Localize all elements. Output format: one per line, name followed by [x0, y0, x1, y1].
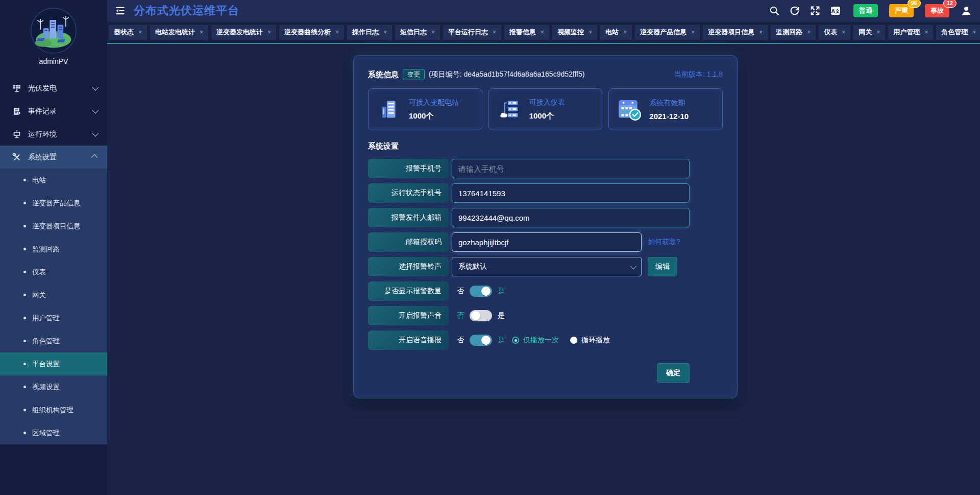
close-icon[interactable]: [842, 29, 845, 36]
alarm-severe-button[interactable]: 严重 96: [889, 4, 914, 17]
sidebar-item-region-mgmt[interactable]: 区域管理: [0, 421, 107, 444]
tab[interactable]: 电站发电统计: [150, 25, 208, 40]
alarm-phone-input[interactable]: [452, 159, 690, 178]
tab[interactable]: 器状态: [109, 25, 147, 40]
field-label-voice-broadcast: 开启语音播报: [368, 331, 449, 350]
field-label-alarm-sound: 开启报警声音: [368, 306, 449, 325]
bullet-icon: [23, 202, 26, 204]
close-icon[interactable]: [200, 29, 203, 36]
sidebar-item-inverter-product-info[interactable]: 逆变器产品信息: [0, 192, 107, 215]
substation-icon: [375, 96, 403, 123]
broadcast-mode-radios: 仅播放一次 循环播放: [512, 336, 610, 345]
alarm-sound-toggle-group: 否 是: [457, 310, 505, 321]
sidebar-item-system-settings[interactable]: 系统设置: [0, 146, 107, 169]
solar-panel: [12, 84, 21, 93]
status-phone-input[interactable]: [452, 183, 690, 203]
translate-icon[interactable]: A文: [830, 5, 841, 16]
card-label: 系统有效期: [649, 99, 689, 108]
voice-broadcast-toggle-group: 否 是: [457, 335, 505, 346]
show-alarm-count-toggle[interactable]: [470, 286, 492, 297]
info-card: 可接入变配电站 1000个: [368, 88, 482, 130]
radio-loop-play[interactable]: [570, 337, 577, 344]
form-row-status-phone: 运行状态手机号: [368, 183, 690, 203]
sidebar-item-meter[interactable]: 仪表: [0, 261, 107, 284]
tab-bar: 器状态 电站发电统计 逆变器发电统计 逆变器曲线分析 操作日志 短信日志 平台运…: [107, 21, 980, 44]
tab[interactable]: 仪表: [819, 25, 850, 40]
username: adminPV: [0, 57, 107, 65]
close-icon[interactable]: [924, 29, 928, 36]
close-icon[interactable]: [691, 29, 695, 36]
sidebar-item-video-settings[interactable]: 视频设置: [0, 375, 107, 398]
tab[interactable]: 逆变器产品信息: [635, 25, 700, 40]
how-to-get-link[interactable]: 如何获取?: [648, 238, 680, 247]
radio-play-once[interactable]: [512, 337, 519, 344]
ringtone-select[interactable]: 系统默认: [452, 257, 642, 276]
close-icon[interactable]: [383, 29, 387, 36]
change-button[interactable]: 变更: [403, 69, 425, 80]
confirm-button[interactable]: 确定: [657, 363, 690, 383]
event-log: [12, 107, 21, 116]
close-icon[interactable]: [138, 29, 142, 36]
close-icon[interactable]: [335, 29, 339, 36]
sidebar-item-org-mgmt[interactable]: 组织机构管理: [0, 398, 107, 421]
refresh-icon[interactable]: [789, 5, 800, 16]
sidebar-item-runtime-env[interactable]: 运行环境: [0, 123, 107, 146]
alarm-accident-button[interactable]: 事故 12: [925, 4, 949, 17]
sidebar-item-platform-settings[interactable]: 平台设置: [0, 352, 107, 375]
tab[interactable]: 逆变器曲线分析: [279, 25, 344, 40]
user-icon[interactable]: [961, 5, 972, 16]
form-row-ringtone: 选择报警铃声 系统默认 编辑: [368, 257, 690, 276]
close-icon[interactable]: [493, 29, 496, 36]
close-icon[interactable]: [972, 29, 976, 36]
sidebar-item-user-mgmt[interactable]: 用户管理: [0, 307, 107, 329]
close-icon[interactable]: [807, 29, 811, 36]
form-row-alarm-sound: 开启报警声音 否 是: [368, 306, 690, 325]
tab[interactable]: 短信日志: [395, 25, 440, 40]
collapse-menu-icon[interactable]: [114, 4, 128, 17]
top-header: 分布式光伏运维平台 A文 普通 严重 96 事故 12: [107, 0, 980, 21]
tab[interactable]: 视频监控: [552, 25, 597, 40]
tab[interactable]: 网关: [853, 25, 885, 40]
sidebar-item-gateway[interactable]: 网关: [0, 284, 107, 307]
tab[interactable]: 报警信息: [504, 25, 549, 40]
sidebar-item-event-records[interactable]: 事件记录: [0, 100, 107, 123]
bullet-icon: [23, 271, 26, 273]
sidebar-item-station[interactable]: 电站: [0, 169, 107, 192]
close-icon[interactable]: [876, 29, 880, 36]
alarm-sound-toggle[interactable]: [470, 310, 492, 321]
bullet-icon: [23, 340, 26, 342]
sidebar-item-pv-generation[interactable]: 光伏发电: [0, 77, 107, 100]
fullscreen-icon[interactable]: [810, 5, 821, 16]
tab[interactable]: 电站: [600, 25, 632, 40]
tab[interactable]: 平台运行日志: [443, 25, 501, 40]
alarm-normal-button[interactable]: 普通: [853, 4, 878, 17]
chevron-down-icon: [92, 84, 99, 91]
main-content: 系统信息 变更 (项目编号: de4a5ad1b57f4d6a8a6a165c9…: [107, 45, 980, 495]
sidebar-item-inverter-project-info[interactable]: 逆变器项目信息: [0, 215, 107, 238]
close-icon[interactable]: [431, 29, 435, 36]
chevron-up-icon: [91, 154, 97, 161]
tab[interactable]: 监测回路: [771, 25, 816, 40]
close-icon[interactable]: [267, 29, 271, 36]
project-number: (项目编号: de4a5ad1b57f4d6a8a6a165c9d52fff5): [429, 70, 584, 79]
close-icon[interactable]: [589, 29, 592, 36]
bullet-icon: [23, 248, 26, 250]
close-icon[interactable]: [623, 29, 627, 36]
chevron-down-icon: [92, 107, 99, 114]
tab[interactable]: 用户管理: [888, 25, 933, 40]
voice-broadcast-toggle[interactable]: [470, 335, 492, 346]
tab[interactable]: 角色管理: [936, 25, 980, 40]
search-icon[interactable]: [769, 5, 780, 16]
ringtone-edit-button[interactable]: 编辑: [648, 257, 677, 276]
tab[interactable]: 逆变器项目信息: [703, 25, 768, 40]
close-icon[interactable]: [541, 29, 544, 36]
show-alarm-count-toggle-group: 否 是: [457, 286, 505, 297]
tab[interactable]: 逆变器发电统计: [211, 25, 276, 40]
sidebar-item-role-mgmt[interactable]: 角色管理: [0, 329, 107, 352]
sender-email-input[interactable]: [452, 208, 690, 227]
company-logo-icon: [30, 7, 77, 54]
tab[interactable]: 操作日志: [347, 25, 392, 40]
close-icon[interactable]: [759, 29, 763, 36]
sidebar-item-monitor-circuit[interactable]: 监测回路: [0, 238, 107, 261]
email-auth-input[interactable]: [452, 232, 642, 252]
